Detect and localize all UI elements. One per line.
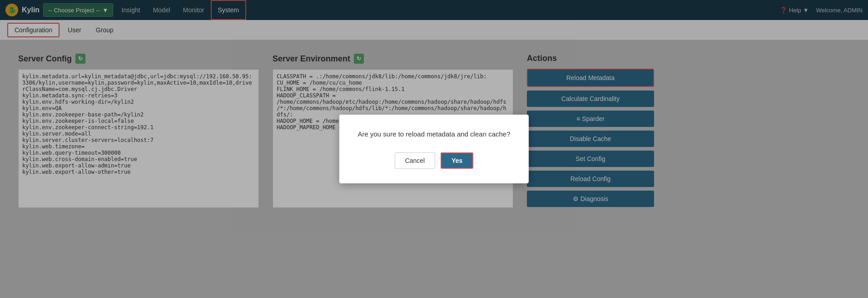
modal-buttons: Cancel Yes: [357, 152, 510, 169]
main-content: Server Config ↻ Server Environment ↻ Act…: [0, 40, 868, 298]
modal-overlay: Are you sure to reload metadata and clea…: [0, 0, 868, 298]
modal-yes-button[interactable]: Yes: [441, 152, 473, 169]
modal-message: Are you sure to reload metadata and clea…: [357, 129, 510, 140]
modal-cancel-button[interactable]: Cancel: [395, 152, 436, 169]
modal-box: Are you sure to reload metadata and clea…: [339, 115, 528, 183]
